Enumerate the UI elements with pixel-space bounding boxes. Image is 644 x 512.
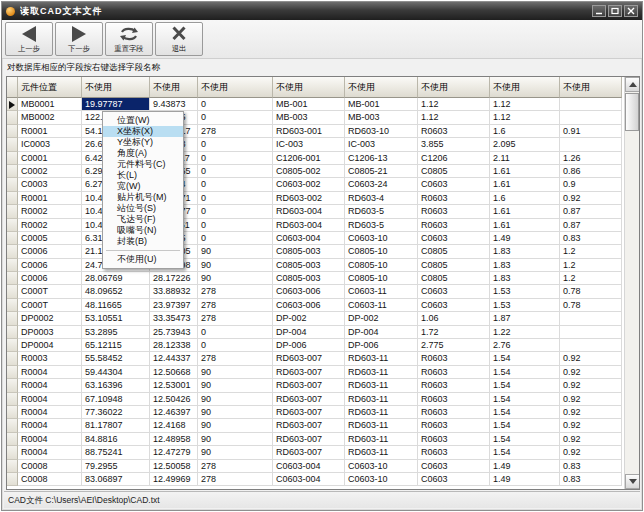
table-cell[interactable]: C0805-003 <box>273 272 345 285</box>
table-cell[interactable]: C0603-10 <box>345 473 418 486</box>
table-cell[interactable]: C0603-004 <box>273 232 345 245</box>
table-cell[interactable]: 0.92 <box>560 366 622 379</box>
table-cell[interactable]: 90 <box>198 379 273 392</box>
table-cell[interactable]: C0603-006 <box>273 285 345 298</box>
table-cell[interactable]: 12.44337 <box>150 352 198 365</box>
table-cell[interactable]: 0 <box>198 111 273 124</box>
row-gutter[interactable] <box>7 125 18 138</box>
table-cell[interactable]: R0603 <box>418 219 490 232</box>
table-cell[interactable]: RD603-11 <box>345 366 418 379</box>
table-cell[interactable]: 90 <box>198 259 273 272</box>
table-cell[interactable]: RD603-001 <box>273 125 345 138</box>
table-cell[interactable] <box>560 312 622 325</box>
table-cell[interactable]: R0004 <box>18 419 82 432</box>
table-cell[interactable]: 12.46397 <box>150 406 198 419</box>
table-cell[interactable]: 1.2 <box>560 259 622 272</box>
row-gutter[interactable] <box>7 165 18 178</box>
table-cell[interactable] <box>560 138 622 151</box>
table-cell[interactable]: 0 <box>198 152 273 165</box>
row-gutter[interactable] <box>7 259 18 272</box>
table-cell[interactable]: 0 <box>198 192 273 205</box>
table-cell[interactable]: C0603 <box>418 178 490 191</box>
table-cell[interactable]: C0603-11 <box>345 285 418 298</box>
table-cell[interactable]: 2.775 <box>418 339 490 352</box>
table-cell[interactable]: RD603-11 <box>345 379 418 392</box>
menu-item[interactable]: 贴片机号(M) <box>103 192 183 203</box>
table-cell[interactable]: 1.54 <box>490 446 560 459</box>
table-cell[interactable]: DP-004 <box>345 326 418 339</box>
vertical-scrollbar[interactable] <box>624 77 639 489</box>
row-gutter[interactable] <box>7 473 18 486</box>
table-cell[interactable]: R0603 <box>418 419 490 432</box>
table-cell[interactable]: 12.50426 <box>150 393 198 406</box>
maximize-button[interactable] <box>608 5 622 17</box>
table-cell[interactable]: 0 <box>198 339 273 352</box>
table-cell[interactable]: 278 <box>198 473 273 486</box>
reset-fields-button[interactable]: 重置字段 <box>105 22 153 56</box>
table-cell[interactable]: 1.12 <box>490 98 560 111</box>
data-grid[interactable]: 元件位置不使用不使用不使用不使用不使用不使用不使用不使用MB000119.977… <box>7 77 624 489</box>
table-cell[interactable]: RD603-004 <box>273 219 345 232</box>
table-cell[interactable]: 1.49 <box>490 473 560 486</box>
table-cell[interactable]: 1.06 <box>418 312 490 325</box>
table-cell[interactable]: R0603 <box>418 192 490 205</box>
table-cell[interactable]: C0805-003 <box>273 259 345 272</box>
table-cell[interactable]: IC-003 <box>345 138 418 151</box>
table-cell[interactable]: 0 <box>198 232 273 245</box>
menu-item[interactable]: 站位号(S) <box>103 203 183 214</box>
table-cell[interactable]: 3.855 <box>418 138 490 151</box>
table-cell[interactable]: RD603-004 <box>273 205 345 218</box>
column-header[interactable]: 不使用 <box>560 77 622 98</box>
menu-item[interactable]: 宽(W) <box>103 181 183 192</box>
table-cell[interactable]: 1.83 <box>490 245 560 258</box>
table-cell[interactable]: R0004 <box>18 366 82 379</box>
table-cell[interactable]: 1.61 <box>490 205 560 218</box>
column-header[interactable]: 不使用 <box>345 77 418 98</box>
table-cell[interactable]: C0603-002 <box>273 178 345 191</box>
table-cell[interactable]: 12.4168 <box>150 419 198 432</box>
row-gutter[interactable] <box>7 419 18 432</box>
table-cell[interactable]: 67.10948 <box>82 393 150 406</box>
menu-item[interactable]: 封装(B) <box>103 236 183 247</box>
scroll-up-button[interactable] <box>625 77 640 92</box>
table-cell[interactable]: R0603 <box>418 379 490 392</box>
table-cell[interactable]: 84.8816 <box>82 433 150 446</box>
table-cell[interactable]: 0 <box>198 165 273 178</box>
table-cell[interactable]: DP-004 <box>273 326 345 339</box>
table-cell[interactable]: 0 <box>198 138 273 151</box>
table-cell[interactable]: MB-001 <box>345 98 418 111</box>
row-gutter[interactable] <box>7 393 18 406</box>
table-cell[interactable]: 12.50668 <box>150 366 198 379</box>
table-cell[interactable]: DP0003 <box>18 326 82 339</box>
table-cell[interactable]: 1.72 <box>418 326 490 339</box>
table-cell[interactable]: 0.92 <box>560 379 622 392</box>
table-cell[interactable]: 1.61 <box>490 178 560 191</box>
menu-item[interactable]: 长(L) <box>103 170 183 181</box>
column-header[interactable]: 不使用 <box>273 77 345 98</box>
table-cell[interactable]: 81.17807 <box>82 419 150 432</box>
table-cell[interactable]: 63.16396 <box>82 379 150 392</box>
table-cell[interactable]: 0.9 <box>560 178 622 191</box>
row-gutter[interactable] <box>7 339 18 352</box>
table-cell[interactable]: 0.83 <box>560 473 622 486</box>
row-gutter[interactable] <box>7 379 18 392</box>
row-gutter[interactable] <box>7 232 18 245</box>
table-cell[interactable]: 28.12338 <box>150 339 198 352</box>
table-cell[interactable]: 28.17226 <box>150 272 198 285</box>
table-cell[interactable]: 90 <box>198 446 273 459</box>
table-cell[interactable]: 0 <box>198 219 273 232</box>
row-gutter[interactable] <box>7 205 18 218</box>
table-cell[interactable]: 0.91 <box>560 125 622 138</box>
table-cell[interactable]: RD603-007 <box>273 352 345 365</box>
table-cell[interactable]: C0805-21 <box>345 165 418 178</box>
table-cell[interactable]: RD603-10 <box>345 125 418 138</box>
table-cell[interactable]: C0603-006 <box>273 299 345 312</box>
table-cell[interactable]: 0.92 <box>560 352 622 365</box>
row-gutter[interactable] <box>7 272 18 285</box>
table-cell[interactable]: 90 <box>198 419 273 432</box>
table-cell[interactable]: C0002 <box>18 165 82 178</box>
row-gutter[interactable] <box>7 98 18 111</box>
table-cell[interactable]: C0805-003 <box>273 245 345 258</box>
menu-item[interactable]: 飞达号(F) <box>103 214 183 225</box>
menu-item[interactable]: 元件料号(C) <box>103 159 183 170</box>
